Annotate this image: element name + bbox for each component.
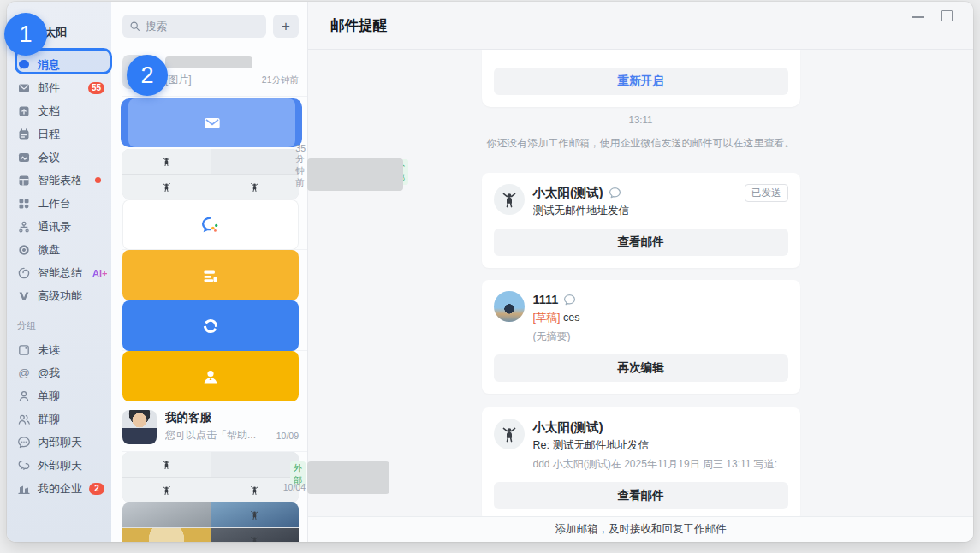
draft-subject: ces: [563, 312, 579, 324]
sidebar-item-contacts[interactable]: 通讯录: [7, 215, 111, 238]
chat-list-topbar: +: [111, 2, 307, 46]
smart-table-icon: [17, 174, 31, 187]
chat-session-icon[interactable]: [563, 294, 576, 306]
single-chat-icon: [17, 389, 31, 403]
sidebar-nav: 消息 邮件 55 文档 日程 会议: [7, 53, 111, 307]
sender-avatar: [494, 184, 525, 215]
chat-item-wecom-team[interactable]: 企业微信团队 企业微信管理后台...09:29: [111, 199, 307, 250]
add-chat-button[interactable]: +: [273, 15, 299, 38]
mail-card-draft: 1111 [草稿] ces (无摘要) 再次编辑: [482, 280, 800, 394]
sidebar-item-calendar[interactable]: 日程: [7, 122, 111, 146]
sidebar-item-external-chat[interactable]: 外部聊天: [7, 454, 111, 477]
chat-item-my-service[interactable]: 我的客服 您可以点击「帮助...10/09: [111, 401, 307, 452]
mail-subject: 测试无邮件地址发信: [533, 204, 788, 218]
group-chat-icon: [17, 413, 31, 426]
sender-avatar: [494, 419, 525, 449]
sidebar-groups: 未读 @ @我 单聊 群聊 内部聊天: [7, 338, 111, 500]
sidebar-item-summary[interactable]: 智能总结 AI+: [7, 261, 111, 284]
chat-time: 35分钟前: [295, 143, 306, 189]
at-icon: @: [17, 366, 31, 380]
unread-icon: [17, 343, 31, 357]
sidebar-item-docs[interactable]: 文档: [7, 99, 111, 122]
redacted-name-block: [165, 56, 252, 68]
test-group-avatar: [122, 502, 299, 542]
chat-item-mail-reminder[interactable]: 邮件提醒 回复：gggg28分钟前: [121, 98, 302, 147]
edit-again-button[interactable]: 再次编辑: [494, 354, 788, 382]
mail-reminder-avatar: [128, 98, 295, 147]
sidebar-item-my-enterprise[interactable]: 我的企业 2: [7, 477, 111, 500]
smart-table-notification-dot: [95, 177, 101, 183]
chat-avatar-collage: [122, 452, 299, 502]
wecom-team-avatar: [122, 199, 299, 250]
hr-assistant-avatar: [122, 351, 299, 401]
my-service-avatar: [122, 410, 157, 444]
view-mail-button[interactable]: 查看邮件: [494, 229, 788, 256]
add-mailbox-footer-text: 添加邮箱，及时接收和回复工作邮件: [555, 522, 727, 537]
my-enterprise-icon: [17, 482, 31, 496]
chat-time: 10/09: [276, 431, 299, 441]
chat-time: 21分钟前: [262, 74, 299, 86]
sender-name: 1111: [533, 293, 559, 306]
sidebar-item-unread[interactable]: 未读: [7, 338, 111, 361]
ai-plus-label: AI+: [92, 268, 107, 278]
sidebar-item-mail[interactable]: 邮件 55: [7, 76, 111, 99]
advanced-icon: [17, 289, 31, 303]
draft-subject-line: [草稿] ces: [533, 311, 788, 325]
sidebar-item-workbench[interactable]: 工作台: [7, 192, 111, 215]
search-input[interactable]: [146, 21, 259, 33]
divider: [122, 96, 307, 97]
reopen-card: 重新开启: [482, 50, 800, 107]
chat-item-redacted-2[interactable]: 外部 35分钟前: [111, 149, 307, 199]
annotation-step-2-badge: 2: [127, 55, 168, 96]
meeting-icon: [17, 151, 31, 164]
external-chat-icon: [17, 459, 31, 473]
annotation-step-1-badge: 1: [4, 13, 47, 56]
conversation-panel: 邮件提醒 重新开启 13:11 你还没有添加工作邮箱，使用企业微信发送的邮件可以…: [308, 2, 973, 542]
maximize-button[interactable]: [941, 10, 953, 21]
sender-name: 小太阳(测试): [533, 419, 603, 436]
mail-card-reply: 小太阳(测试) Re: 测试无邮件地址发信 ddd 小太阳(测试)在 2025年…: [482, 407, 800, 516]
conversation-title: 邮件提醒: [330, 16, 387, 35]
minimize-button[interactable]: [912, 16, 924, 18]
chat-item-manage-enterprise[interactable]: 管理企业 当前企业未认证，...星期一: [111, 300, 307, 351]
chat-item-redacted-3[interactable]: 外部 10/04: [111, 452, 307, 502]
reopen-button[interactable]: 重新开启: [494, 68, 788, 95]
sidebar-item-drive[interactable]: 微盘: [7, 238, 111, 261]
draft-tag: [草稿]: [533, 312, 561, 324]
chat-time: 10/04: [283, 482, 306, 492]
news-doc-icon: [199, 265, 222, 287]
mail-quote-preview: ddd 小太阳(测试)在 2025年11月19日 周三 13:11 写道:: [533, 457, 788, 472]
internal-chat-icon: [17, 436, 31, 449]
add-mailbox-footer[interactable]: 添加邮箱，及时接收和回复工作邮件: [308, 516, 973, 542]
industry-news-avatar: [122, 250, 299, 300]
search-icon: [129, 21, 140, 32]
mail-card-sent: 小太阳(测试) 已发送 测试无邮件地址发信 查看邮件: [482, 173, 800, 268]
chat-item-industry-news[interactable]: 行业资讯 Netskao：749 元...08:48: [111, 250, 307, 300]
timestamp: 13:11: [482, 115, 800, 125]
view-mail-button[interactable]: 查看邮件: [494, 482, 788, 509]
message-scroll-area[interactable]: 重新开启 13:11 你还没有添加工作邮箱，使用企业微信发送的邮件可以在这里查看…: [308, 50, 973, 516]
search-box[interactable]: [122, 15, 266, 38]
sidebar-item-advanced[interactable]: 高级功能: [7, 284, 111, 307]
sender-avatar: [494, 291, 525, 322]
chat-avatar-collage: [122, 149, 299, 199]
sidebar-item-meeting[interactable]: 会议: [7, 146, 111, 169]
redacted-name-block: [307, 461, 389, 494]
chat-session-icon[interactable]: [609, 187, 621, 199]
contacts-icon: [17, 220, 31, 234]
sent-status-badge: 已发送: [745, 184, 788, 202]
sidebar-item-at-me[interactable]: @ @我: [7, 361, 111, 384]
summary-icon: [17, 266, 31, 280]
sidebar-item-group-chat[interactable]: 群聊: [7, 407, 111, 431]
sender-name: 小太阳(测试): [533, 185, 603, 201]
sidebar-item-internal-chat[interactable]: 内部聊天: [7, 431, 111, 454]
envelope-icon: [201, 112, 223, 134]
user-name: 太阳: [45, 25, 67, 40]
calendar-icon: [17, 128, 31, 141]
sidebar-item-smart-table[interactable]: 智能表格: [7, 169, 111, 192]
sidebar-item-single-chat[interactable]: 单聊: [7, 384, 111, 407]
desktop-background: 太阳 消息 邮件 55 文档 日程: [0, 0, 980, 553]
system-notice: 你还没有添加工作邮箱，使用企业微信发送的邮件可以在这里查看。: [482, 136, 800, 151]
chat-item-hr-assistant[interactable]: 人事助手 10月员工统计小结11/03: [111, 351, 307, 401]
chat-item-test-group[interactable]: 测试 [图片]09/22: [111, 502, 307, 542]
